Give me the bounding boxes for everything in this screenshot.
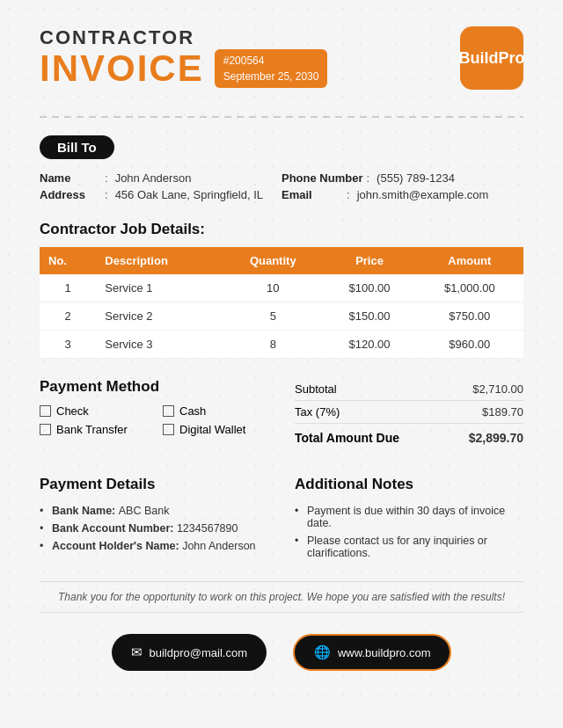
title-area: CONTRACTOR INVOICE #200564 September 25,… — [40, 26, 327, 88]
thank-you-text: Thank you for the opportunity to work on… — [40, 581, 523, 613]
tax-row: Tax (7%) $189.70 — [295, 401, 523, 424]
name-label: Name — [40, 171, 101, 185]
tax-label: Tax (7%) — [295, 405, 340, 419]
table-row: 3Service 38$120.00$960.00 — [40, 331, 523, 359]
col-price: Price — [323, 247, 415, 274]
email-label: Email — [282, 188, 343, 201]
check-icon — [40, 405, 51, 417]
web-text: www.buildpro.com — [338, 646, 431, 659]
invoice-row: INVOICE #200564 September 25, 2030 — [40, 49, 327, 88]
bank-transfer-label: Bank Transfer — [56, 423, 128, 436]
list-item: Please contact us for any inquiries or c… — [295, 532, 523, 562]
bill-phone-row: Phone Number : (555) 789-1234 — [282, 171, 523, 185]
payment-checkboxes: Check Cash Bank Transfer Digital Wallet — [40, 404, 268, 436]
subtotal-value: $2,710.00 — [472, 382, 523, 396]
bill-name-row: Name : John Anderson — [40, 171, 282, 185]
table-header-row: No. Description Quantity Price Amount — [40, 247, 523, 274]
email-text: buildpro@mail.com — [150, 646, 247, 659]
col-quantity: Quantity — [223, 247, 323, 274]
job-details-section: Contractor Job Details: No. Description … — [40, 221, 523, 359]
bottom-sections: Payment Details Bank Name: ABC BankBank … — [40, 476, 523, 562]
digital-wallet-label: Digital Wallet — [179, 423, 245, 436]
phone-label: Phone Number — [282, 171, 362, 185]
list-item: Bank Account Number: 1234567890 — [40, 520, 268, 537]
list-item: Payment is due within 30 days of invoice… — [295, 502, 523, 532]
checkbox-check: Check — [40, 404, 145, 418]
invoice-badge: #200564 September 25, 2030 — [215, 49, 328, 88]
checkbox-cash: Cash — [163, 404, 268, 418]
col-amount: Amount — [416, 247, 523, 274]
bill-to-section: Bill To Name : John Anderson Phone Numbe… — [40, 135, 523, 201]
header: CONTRACTOR INVOICE #200564 September 25,… — [40, 26, 523, 90]
col-description: Description — [96, 247, 223, 274]
additional-notes-title: Additional Notes — [295, 476, 523, 493]
payment-details-list: Bank Name: ABC BankBank Account Number: … — [40, 502, 268, 555]
invoice-label: INVOICE — [40, 50, 204, 87]
name-value: John Anderson — [115, 171, 192, 185]
address-value: 456 Oak Lane, Springfield, IL — [115, 188, 263, 201]
checkbox-digital-wallet: Digital Wallet — [163, 423, 268, 436]
total-label: Total Amount Due — [295, 431, 399, 445]
footer: ✉ buildpro@mail.com 🌐 www.buildpro.com — [40, 634, 523, 671]
summary-section: Subtotal $2,710.00 Tax (7%) $189.70 Tota… — [295, 378, 523, 449]
address-label: Address — [40, 188, 101, 201]
header-divider — [40, 116, 523, 118]
job-table: No. Description Quantity Price Amount 1S… — [40, 247, 523, 359]
list-item: Bank Name: ABC Bank — [40, 502, 268, 520]
bill-email-row: Email : john.smith@example.com — [282, 188, 523, 201]
email-value: john.smith@example.com — [357, 188, 489, 201]
additional-notes-list: Payment is due within 30 days of invoice… — [295, 502, 523, 562]
contractor-label: CONTRACTOR — [40, 26, 327, 49]
bill-address-row: Address : 456 Oak Lane, Springfield, IL — [40, 188, 282, 201]
tax-value: $189.70 — [482, 405, 523, 419]
bill-to-badge: Bill To — [40, 135, 114, 159]
total-value: $2,899.70 — [469, 431, 523, 445]
check-label: Check — [56, 404, 89, 418]
payment-details-section: Payment Details Bank Name: ABC BankBank … — [40, 476, 268, 562]
subtotal-label: Subtotal — [295, 382, 337, 396]
invoice-page: CONTRACTOR INVOICE #200564 September 25,… — [0, 0, 563, 728]
email-button[interactable]: ✉ buildpro@mail.com — [112, 634, 267, 671]
job-details-title: Contractor Job Details: — [40, 221, 523, 238]
bank-transfer-icon — [40, 424, 51, 435]
total-row: Total Amount Due $2,899.70 — [295, 424, 523, 449]
invoice-number: #200564 — [223, 53, 319, 69]
table-row: 2Service 25$150.00$750.00 — [40, 302, 523, 331]
web-icon: 🌐 — [314, 644, 331, 660]
payment-method-title: Payment Method — [40, 378, 268, 396]
website-button[interactable]: 🌐 www.buildpro.com — [293, 634, 452, 671]
col-no: No. — [40, 247, 96, 274]
table-row: 1Service 110$100.00$1,000.00 — [40, 274, 523, 302]
email-icon: ✉ — [131, 644, 143, 660]
digital-wallet-icon — [163, 424, 174, 435]
payment-summary-row: Payment Method Check Cash Bank Transfer — [40, 378, 523, 449]
payment-details-title: Payment Details — [40, 476, 268, 493]
cash-label: Cash — [179, 404, 206, 418]
subtotal-row: Subtotal $2,710.00 — [295, 378, 523, 401]
cash-icon — [163, 405, 174, 417]
logo-box: BuildPro — [460, 26, 523, 90]
phone-value: (555) 789-1234 — [377, 171, 455, 185]
checkbox-bank-transfer: Bank Transfer — [40, 423, 145, 436]
list-item: Account Holder's Name: John Anderson — [40, 537, 268, 555]
payment-method-section: Payment Method Check Cash Bank Transfer — [40, 378, 268, 436]
additional-notes-section: Additional Notes Payment is due within 3… — [295, 476, 523, 562]
invoice-date: September 25, 2030 — [223, 69, 319, 84]
bill-info: Name : John Anderson Phone Number : (555… — [40, 171, 523, 201]
